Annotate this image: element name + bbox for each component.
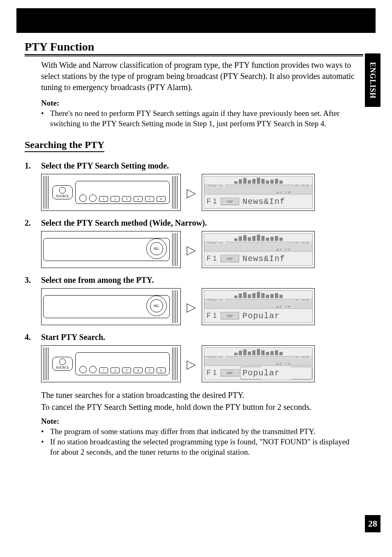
preset-button-icon: 6 [157,196,166,202]
note-label-2: Note: [41,417,363,426]
note-item: • There's no need to perform PTY Search … [41,109,359,129]
preset-label: PRESET NO. [206,184,225,187]
display-illustration: PRESET NO. SFC MODE AF TP F 1 DSP Popula… [202,288,315,325]
dsp-label: DSP [221,312,239,319]
page-content: PTY Function With Wide and Narrow classi… [25,40,363,457]
step-title: 3. Select one from among the PTY. [25,275,363,285]
subheading: Searching the PTY [25,139,104,152]
bullet-icon: • [41,427,50,437]
sfc-label: SFC MODE [294,184,311,187]
display-text: News&Inf [242,197,310,206]
header-black-bar [16,8,376,33]
preset-button-icon: 4 [134,367,143,373]
preset-label: PRESET NO. [206,241,225,244]
note-list-2: • The program of some stations may diffe… [41,427,363,457]
display-illustration: PRESET NO. SFC MODE AF TP F 1 DSP News&I… [202,231,315,268]
sfc-label: SFC MODE [294,241,311,244]
language-tab-text: ENGLISH [369,62,377,98]
f1-label: F 1 [207,254,217,263]
step-title: 4. Start PTY Search. [25,333,363,342]
aftp-label: AF TP [276,191,292,194]
page-number: 28 [365,515,380,532]
control-panel-illustration: SEL [41,231,181,268]
note-item: • The program of some stations may diffe… [41,427,359,437]
figure-row: SEL ▷ PRESET NO. SFC MODE AF TP F 1 [41,231,363,268]
page-title: PTY Function [25,40,363,55]
step-number: 1. [25,161,41,171]
preset-button-icon: 4 [134,196,143,202]
result-paragraph-2: To cancel the PTY Search Setting mode, h… [41,402,363,413]
f1-label: F 1 [207,197,217,206]
preset-button-icon: 2 [111,196,120,202]
preset-button-icon: 6 [157,367,166,373]
preset-label: PRESET NO. [206,298,225,301]
preset-button-icon: 1 [99,367,108,373]
preset-button-icon: 5 [145,367,154,373]
knob-icon [89,194,97,202]
figure-row: SOURCE 1 2 3 4 5 6 ▷ [41,174,363,211]
preset-button-icon: 3 [122,367,131,373]
display-illustration: PRESET NO. SFC MODE AF TP F 1 DSP News&I… [202,174,315,211]
display-text: Popular [242,368,310,378]
source-button-icon: SOURCE [52,185,73,199]
display-text: Popular [242,311,310,321]
step-1: 1. Select the PTY Search Setting mode. S… [25,161,363,211]
figure-row: SOURCE 1 2 3 4 5 6 ▷ [41,345,363,382]
intro-paragraph: With Wide and Narrow classification of p… [41,60,363,93]
step-number: 2. [25,218,41,228]
step-3: 3. Select one from among the PTY. SEL ▷ … [25,275,363,325]
step-number: 4. [25,333,41,342]
note-text: If no station broadcasting the selected … [50,437,359,457]
knob-icon [79,366,87,373]
knob-icon [79,194,87,202]
control-panel-illustration: SEL [41,288,181,325]
control-panel-illustration: SOURCE 1 2 3 4 5 6 [41,174,181,211]
sfc-label: SFC MODE [294,356,311,358]
note-list-1: • There's no need to perform PTY Search … [41,109,363,129]
display-text: News&Inf [242,254,310,263]
arrow-right-icon: ▷ [187,300,196,314]
note-item: • If no station broadcasting the selecte… [41,437,359,457]
control-panel-illustration: SOURCE 1 2 3 4 5 6 [41,345,181,382]
arrow-right-icon: ▷ [187,357,196,371]
step-heading: Start PTY Search. [41,333,105,342]
f1-label: F 1 [207,312,217,320]
aftp-label: AF TP [276,362,292,366]
figure-row: SEL ▷ PRESET NO. SFC MODE AF TP F 1 [41,288,363,325]
dsp-label: DSP [221,198,239,205]
step-number: 3. [25,275,41,285]
result-paragraph-1: The tuner searches for a station broadca… [41,390,363,401]
sel-dial-icon: SEL [146,296,167,316]
source-button-icon: SOURCE [52,357,73,371]
dsp-label: DSP [221,369,239,377]
step-heading: Select the PTY Search Setting mode. [41,161,169,171]
preset-label: PRESET NO. [206,356,225,358]
knob-icon [89,366,97,373]
dsp-label: DSP [221,255,239,262]
display-illustration: PRESET NO. SFC MODE AF TP F 1 DSP Popula… [202,345,315,382]
step-heading: Select the PTY Search method (Wide, Narr… [41,218,207,228]
note-text: There's no need to perform PTY Search se… [50,109,359,129]
sel-dial-icon: SEL [146,238,167,259]
step-heading: Select one from among the PTY. [41,275,154,285]
bullet-icon: • [41,109,50,129]
step-title: 1. Select the PTY Search Setting mode. [25,161,363,171]
f1-label: F 1 [207,369,217,377]
step-4: 4. Start PTY Search. SOURCE 1 2 3 4 5 [25,333,363,382]
arrow-right-icon: ▷ [187,243,196,257]
preset-button-icon: 5 [145,196,154,202]
aftp-label: AF TP [276,305,292,309]
step-title: 2. Select the PTY Search method (Wide, N… [25,218,363,228]
note-label-1: Note: [41,99,363,108]
step-2: 2. Select the PTY Search method (Wide, N… [25,218,363,268]
sfc-label: SFC MODE [294,298,311,301]
preset-button-icon: 1 [99,196,108,202]
aftp-label: AF TP [276,248,292,252]
preset-button-icon: 2 [111,367,120,373]
language-tab: ENGLISH [365,53,380,107]
bullet-icon: • [41,437,50,457]
preset-button-icon: 3 [122,196,131,202]
arrow-right-icon: ▷ [187,185,196,200]
note-text: The program of some stations may differ … [50,427,359,437]
